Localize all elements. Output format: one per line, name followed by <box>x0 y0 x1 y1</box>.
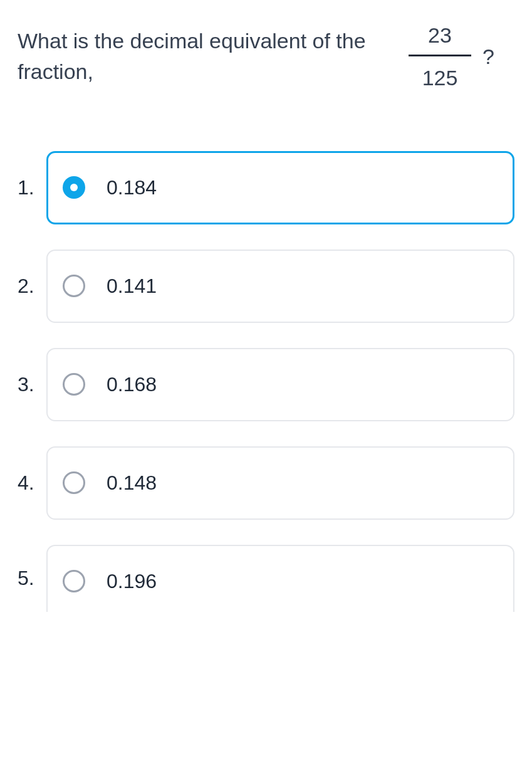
question-prompt: What is the decimal equivalent of the fr… <box>18 19 514 95</box>
option-card[interactable]: 0.168 <box>46 348 514 421</box>
option-number: 5. <box>18 567 46 590</box>
option-label: 0.141 <box>107 275 157 298</box>
option-card[interactable]: 0.148 <box>46 446 514 520</box>
radio-icon <box>63 570 85 592</box>
option-row: 5. 0.196 <box>18 545 514 612</box>
option-card[interactable]: 0.196 <box>46 545 514 612</box>
radio-icon <box>63 275 85 297</box>
option-label: 0.196 <box>107 570 157 593</box>
option-label: 0.168 <box>107 373 157 396</box>
option-row: 4. 0.148 <box>18 446 514 520</box>
option-label: 0.184 <box>107 176 157 199</box>
radio-icon <box>63 471 85 494</box>
fraction-denominator: 125 <box>415 56 466 95</box>
option-row: 3. 0.168 <box>18 348 514 421</box>
option-number: 4. <box>18 471 46 495</box>
option-row: 1. 0.184 <box>18 151 514 224</box>
radio-icon <box>63 176 85 199</box>
options-list: 1. 0.184 2. 0.141 3. 0.168 4. 0.148 5. 0… <box>18 151 514 612</box>
option-label: 0.148 <box>107 471 157 495</box>
option-number: 3. <box>18 373 46 396</box>
option-card[interactable]: 0.184 <box>46 151 514 224</box>
radio-icon <box>63 373 85 396</box>
question-suffix: ? <box>482 41 494 72</box>
option-row: 2. 0.141 <box>18 250 514 323</box>
option-number: 1. <box>18 176 46 199</box>
option-card[interactable]: 0.141 <box>46 250 514 323</box>
question-text: What is the decimal equivalent of the fr… <box>18 26 394 88</box>
fraction: 23 125 <box>409 19 471 95</box>
option-number: 2. <box>18 275 46 298</box>
fraction-numerator: 23 <box>420 19 459 55</box>
